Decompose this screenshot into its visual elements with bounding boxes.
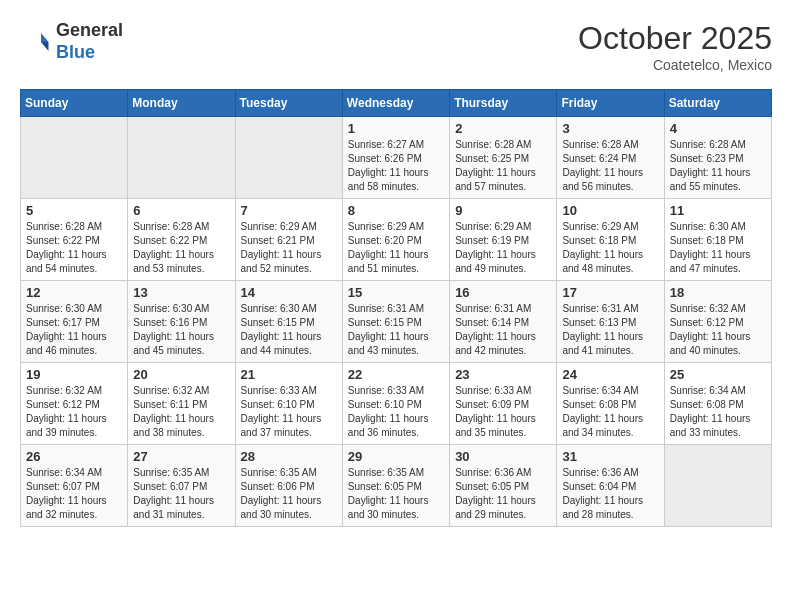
day-info: Sunrise: 6:29 AM Sunset: 6:20 PM Dayligh… xyxy=(348,220,444,276)
day-number: 31 xyxy=(562,449,658,464)
day-info: Sunrise: 6:31 AM Sunset: 6:14 PM Dayligh… xyxy=(455,302,551,358)
calendar-cell xyxy=(235,117,342,199)
day-number: 5 xyxy=(26,203,122,218)
calendar-cell xyxy=(21,117,128,199)
day-info: Sunrise: 6:27 AM Sunset: 6:26 PM Dayligh… xyxy=(348,138,444,194)
day-info: Sunrise: 6:28 AM Sunset: 6:22 PM Dayligh… xyxy=(26,220,122,276)
day-info: Sunrise: 6:29 AM Sunset: 6:19 PM Dayligh… xyxy=(455,220,551,276)
day-number: 18 xyxy=(670,285,766,300)
calendar-week-row: 12Sunrise: 6:30 AM Sunset: 6:17 PM Dayli… xyxy=(21,281,772,363)
day-info: Sunrise: 6:36 AM Sunset: 6:05 PM Dayligh… xyxy=(455,466,551,522)
day-info: Sunrise: 6:35 AM Sunset: 6:05 PM Dayligh… xyxy=(348,466,444,522)
calendar-week-row: 5Sunrise: 6:28 AM Sunset: 6:22 PM Daylig… xyxy=(21,199,772,281)
calendar-cell: 13Sunrise: 6:30 AM Sunset: 6:16 PM Dayli… xyxy=(128,281,235,363)
day-number: 25 xyxy=(670,367,766,382)
calendar-cell: 5Sunrise: 6:28 AM Sunset: 6:22 PM Daylig… xyxy=(21,199,128,281)
calendar-cell: 14Sunrise: 6:30 AM Sunset: 6:15 PM Dayli… xyxy=(235,281,342,363)
day-number: 15 xyxy=(348,285,444,300)
day-number: 2 xyxy=(455,121,551,136)
logo-icon xyxy=(20,27,50,57)
calendar-week-row: 19Sunrise: 6:32 AM Sunset: 6:12 PM Dayli… xyxy=(21,363,772,445)
calendar-cell: 3Sunrise: 6:28 AM Sunset: 6:24 PM Daylig… xyxy=(557,117,664,199)
day-info: Sunrise: 6:30 AM Sunset: 6:16 PM Dayligh… xyxy=(133,302,229,358)
calendar-cell: 11Sunrise: 6:30 AM Sunset: 6:18 PM Dayli… xyxy=(664,199,771,281)
calendar-cell: 27Sunrise: 6:35 AM Sunset: 6:07 PM Dayli… xyxy=(128,445,235,527)
day-number: 21 xyxy=(241,367,337,382)
calendar-cell: 1Sunrise: 6:27 AM Sunset: 6:26 PM Daylig… xyxy=(342,117,449,199)
calendar-cell: 18Sunrise: 6:32 AM Sunset: 6:12 PM Dayli… xyxy=(664,281,771,363)
weekday-header-monday: Monday xyxy=(128,90,235,117)
page-header: General Blue October 2025 Coatetelco, Me… xyxy=(20,20,772,73)
day-number: 4 xyxy=(670,121,766,136)
calendar-cell: 31Sunrise: 6:36 AM Sunset: 6:04 PM Dayli… xyxy=(557,445,664,527)
calendar-cell: 15Sunrise: 6:31 AM Sunset: 6:15 PM Dayli… xyxy=(342,281,449,363)
logo-text: General Blue xyxy=(56,20,123,63)
day-number: 30 xyxy=(455,449,551,464)
location: Coatetelco, Mexico xyxy=(578,57,772,73)
day-info: Sunrise: 6:30 AM Sunset: 6:18 PM Dayligh… xyxy=(670,220,766,276)
day-info: Sunrise: 6:32 AM Sunset: 6:11 PM Dayligh… xyxy=(133,384,229,440)
day-number: 1 xyxy=(348,121,444,136)
weekday-header-sunday: Sunday xyxy=(21,90,128,117)
calendar-cell: 25Sunrise: 6:34 AM Sunset: 6:08 PM Dayli… xyxy=(664,363,771,445)
calendar-cell: 17Sunrise: 6:31 AM Sunset: 6:13 PM Dayli… xyxy=(557,281,664,363)
day-info: Sunrise: 6:28 AM Sunset: 6:22 PM Dayligh… xyxy=(133,220,229,276)
day-number: 28 xyxy=(241,449,337,464)
day-info: Sunrise: 6:35 AM Sunset: 6:06 PM Dayligh… xyxy=(241,466,337,522)
day-number: 20 xyxy=(133,367,229,382)
calendar-cell: 10Sunrise: 6:29 AM Sunset: 6:18 PM Dayli… xyxy=(557,199,664,281)
calendar-week-row: 26Sunrise: 6:34 AM Sunset: 6:07 PM Dayli… xyxy=(21,445,772,527)
calendar-cell: 2Sunrise: 6:28 AM Sunset: 6:25 PM Daylig… xyxy=(450,117,557,199)
day-info: Sunrise: 6:33 AM Sunset: 6:10 PM Dayligh… xyxy=(348,384,444,440)
weekday-header-friday: Friday xyxy=(557,90,664,117)
day-info: Sunrise: 6:31 AM Sunset: 6:15 PM Dayligh… xyxy=(348,302,444,358)
day-number: 13 xyxy=(133,285,229,300)
calendar-cell xyxy=(128,117,235,199)
day-number: 10 xyxy=(562,203,658,218)
day-info: Sunrise: 6:28 AM Sunset: 6:25 PM Dayligh… xyxy=(455,138,551,194)
day-number: 16 xyxy=(455,285,551,300)
calendar-cell: 12Sunrise: 6:30 AM Sunset: 6:17 PM Dayli… xyxy=(21,281,128,363)
calendar-cell: 9Sunrise: 6:29 AM Sunset: 6:19 PM Daylig… xyxy=(450,199,557,281)
calendar-cell: 29Sunrise: 6:35 AM Sunset: 6:05 PM Dayli… xyxy=(342,445,449,527)
day-number: 3 xyxy=(562,121,658,136)
logo: General Blue xyxy=(20,20,123,63)
day-number: 11 xyxy=(670,203,766,218)
day-info: Sunrise: 6:29 AM Sunset: 6:18 PM Dayligh… xyxy=(562,220,658,276)
weekday-header-tuesday: Tuesday xyxy=(235,90,342,117)
weekday-header-row: SundayMondayTuesdayWednesdayThursdayFrid… xyxy=(21,90,772,117)
day-info: Sunrise: 6:34 AM Sunset: 6:07 PM Dayligh… xyxy=(26,466,122,522)
day-info: Sunrise: 6:30 AM Sunset: 6:15 PM Dayligh… xyxy=(241,302,337,358)
day-info: Sunrise: 6:28 AM Sunset: 6:24 PM Dayligh… xyxy=(562,138,658,194)
weekday-header-saturday: Saturday xyxy=(664,90,771,117)
day-number: 24 xyxy=(562,367,658,382)
calendar-cell: 21Sunrise: 6:33 AM Sunset: 6:10 PM Dayli… xyxy=(235,363,342,445)
calendar-cell: 19Sunrise: 6:32 AM Sunset: 6:12 PM Dayli… xyxy=(21,363,128,445)
calendar-cell: 26Sunrise: 6:34 AM Sunset: 6:07 PM Dayli… xyxy=(21,445,128,527)
day-number: 23 xyxy=(455,367,551,382)
day-number: 8 xyxy=(348,203,444,218)
calendar-cell: 16Sunrise: 6:31 AM Sunset: 6:14 PM Dayli… xyxy=(450,281,557,363)
day-number: 14 xyxy=(241,285,337,300)
day-number: 22 xyxy=(348,367,444,382)
calendar-cell: 24Sunrise: 6:34 AM Sunset: 6:08 PM Dayli… xyxy=(557,363,664,445)
day-info: Sunrise: 6:32 AM Sunset: 6:12 PM Dayligh… xyxy=(26,384,122,440)
calendar-week-row: 1Sunrise: 6:27 AM Sunset: 6:26 PM Daylig… xyxy=(21,117,772,199)
calendar-table: SundayMondayTuesdayWednesdayThursdayFrid… xyxy=(20,89,772,527)
day-info: Sunrise: 6:28 AM Sunset: 6:23 PM Dayligh… xyxy=(670,138,766,194)
calendar-cell: 7Sunrise: 6:29 AM Sunset: 6:21 PM Daylig… xyxy=(235,199,342,281)
day-number: 26 xyxy=(26,449,122,464)
day-info: Sunrise: 6:35 AM Sunset: 6:07 PM Dayligh… xyxy=(133,466,229,522)
calendar-cell: 4Sunrise: 6:28 AM Sunset: 6:23 PM Daylig… xyxy=(664,117,771,199)
day-number: 9 xyxy=(455,203,551,218)
calendar-cell: 22Sunrise: 6:33 AM Sunset: 6:10 PM Dayli… xyxy=(342,363,449,445)
weekday-header-thursday: Thursday xyxy=(450,90,557,117)
day-info: Sunrise: 6:30 AM Sunset: 6:17 PM Dayligh… xyxy=(26,302,122,358)
calendar-cell: 20Sunrise: 6:32 AM Sunset: 6:11 PM Dayli… xyxy=(128,363,235,445)
svg-marker-1 xyxy=(41,42,49,51)
calendar-cell: 23Sunrise: 6:33 AM Sunset: 6:09 PM Dayli… xyxy=(450,363,557,445)
day-info: Sunrise: 6:31 AM Sunset: 6:13 PM Dayligh… xyxy=(562,302,658,358)
month-title: October 2025 xyxy=(578,20,772,57)
day-info: Sunrise: 6:29 AM Sunset: 6:21 PM Dayligh… xyxy=(241,220,337,276)
calendar-cell: 30Sunrise: 6:36 AM Sunset: 6:05 PM Dayli… xyxy=(450,445,557,527)
